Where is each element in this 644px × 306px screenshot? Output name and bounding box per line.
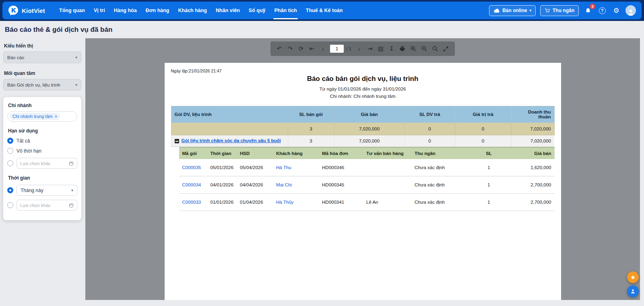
package-code-link[interactable]: C000035 (182, 165, 201, 170)
branch-chip-input[interactable]: Chi nhánh trung tâm × (7, 111, 77, 122)
thu-ngan-label: Thu ngân (553, 8, 574, 13)
user-avatar[interactable] (625, 5, 636, 16)
time-preset-radio[interactable] (7, 187, 13, 193)
rating-fab[interactable]: ★ (627, 271, 639, 283)
cell (363, 159, 411, 176)
chevron-down-icon: ▾ (529, 8, 531, 12)
page-number-input[interactable] (330, 45, 344, 53)
search-icon[interactable] (430, 44, 440, 54)
ban-online-button[interactable]: Bán online ▾ (489, 5, 536, 16)
kiotviet-logo-icon (8, 5, 19, 16)
concern-select[interactable]: Bán Gói dịch vụ, liệu trình ▾ (3, 79, 81, 91)
customer-link[interactable]: Mai Chi (276, 182, 292, 187)
column-header: SL (468, 147, 510, 159)
branch-chip-label: Chi nhánh trung tâm (12, 114, 53, 119)
settings-button[interactable]: ⚙ (611, 6, 621, 15)
table-row: C000035 05/01/2026 05/04/2026 Hà Thu HD0… (179, 159, 555, 176)
notifications-button[interactable]: 3 (583, 6, 593, 15)
chip-remove-icon[interactable]: × (55, 114, 57, 119)
concern-value: Bán Gói dịch vụ, liệu trình (7, 83, 60, 87)
nav-item-vi-tri[interactable]: Vị trí (89, 2, 109, 19)
package-group-link[interactable]: Gói liệu trình chăm sóc da chuyên sâu 5 … (182, 138, 281, 144)
print-icon[interactable] (398, 44, 407, 54)
redo-icon[interactable]: ↷ (285, 44, 295, 54)
detail-table-wrap: Mã gói Thời gian HSD Khách hàng Mã hóa đ… (179, 147, 555, 211)
brand-logo[interactable]: KiotViet (8, 5, 45, 16)
customer-link[interactable]: Hà Thủy (276, 200, 293, 205)
expiry-date-input[interactable] (20, 161, 66, 166)
zoom-out-icon[interactable] (419, 44, 429, 54)
column-header: Mã hóa đơn (319, 147, 363, 159)
group-cell: 7,020,000 (334, 135, 405, 147)
nav-item-phan-tich[interactable]: Phân tích (270, 2, 301, 19)
cell: HD000346 (319, 159, 363, 176)
detail-table-header: Mã gói Thời gian HSD Khách hàng Mã hóa đ… (179, 147, 555, 159)
chevron-down-icon: ▾ (75, 55, 77, 60)
expiry-forever-radio[interactable] (7, 148, 13, 154)
nav-item-tong-quan[interactable]: Tổng quan (55, 2, 89, 19)
filter-sidebar: Kiểu hiển thị Báo cáo ▾ Mối quan tâm Bán… (3, 38, 81, 300)
calendar-icon[interactable] (69, 161, 74, 166)
first-page-icon[interactable]: ⇤ (307, 44, 317, 54)
group-cell: 3 (288, 135, 334, 147)
cell: 2,700,000 (510, 176, 554, 193)
cell: Chưa xác định (411, 176, 468, 193)
nav-item-hang-hoa[interactable]: Hàng hóa (109, 2, 141, 19)
customer-link[interactable]: Hà Thu (276, 165, 291, 170)
expiry-other-radio[interactable] (7, 160, 13, 166)
export-document-icon[interactable]: ▤ (376, 44, 386, 54)
cell: 04/04/2026 (237, 176, 273, 193)
undo-icon[interactable]: ↶ (275, 44, 284, 54)
time-date-input[interactable] (20, 203, 66, 208)
report-page: Ngày lập:21/01/2026 21:47 Báo cáo bán gó… (165, 63, 561, 300)
navbar-actions: Bán online ▾ Thu ngân 3 ? ⚙ (489, 5, 636, 16)
support-person-icon (630, 288, 636, 294)
package-code-link[interactable]: C000034 (182, 182, 201, 187)
calendar-icon[interactable] (69, 203, 74, 208)
help-button[interactable]: ? (597, 6, 607, 15)
previous-page-icon[interactable]: ‹ (318, 44, 328, 54)
column-header: Thời gian (207, 147, 237, 159)
nav-item-don-hang[interactable]: Đơn hàng (141, 2, 174, 19)
thu-ngan-button[interactable]: Thu ngân (540, 5, 579, 16)
time-label: Thời gian (8, 175, 76, 181)
nav-item-khach-hang[interactable]: Khách hàng (174, 2, 212, 19)
cell: HD000345 (319, 176, 363, 193)
last-page-icon[interactable]: ⇥ (365, 44, 375, 54)
time-other-radio[interactable] (7, 202, 13, 208)
cell: 01/01/2026 (207, 193, 237, 211)
download-icon[interactable]: ↧ (387, 44, 396, 54)
column-header: Doanh thu thuần (511, 106, 554, 123)
report-branch-line: Chi nhánh: Chi nhánh trung tâm (171, 94, 555, 99)
collapse-icon[interactable] (175, 139, 179, 143)
nav-item-thue-ke-toan[interactable]: Thuế & Kế toán (301, 2, 347, 19)
cart-icon (545, 8, 550, 13)
summary-table-header: Gói DV, liệu trình SL bán gói Giá bán SL… (171, 106, 554, 123)
totals-cell: 7,020,000 (511, 123, 554, 135)
display-type-select[interactable]: Báo cáo ▾ (3, 52, 81, 63)
column-header: Mã gói (179, 147, 207, 159)
concern-label: Mối quan tâm (4, 70, 80, 76)
page-total-label: / 1 (346, 46, 351, 51)
support-chat-fab[interactable] (627, 285, 639, 297)
report-date-range: Từ ngày 01/01/2026 đến ngày 31/01/2026 (171, 87, 555, 91)
totals-cell (171, 123, 288, 135)
totals-cell: 0 (455, 123, 511, 135)
time-preset-select[interactable]: Tháng này ▾ (17, 185, 77, 196)
zoom-in-icon[interactable] (409, 44, 418, 54)
next-page-icon[interactable]: › (354, 44, 364, 54)
fullscreen-icon[interactable] (441, 44, 451, 54)
nav-item-so-quy[interactable]: Sổ quỹ (244, 2, 270, 19)
package-code-link[interactable]: C000033 (182, 200, 201, 205)
nav-item-nhan-vien[interactable]: Nhân viên (211, 2, 244, 19)
chevron-down-icon: ▾ (75, 83, 77, 87)
refresh-icon[interactable]: ⟳ (296, 44, 306, 54)
expiry-all-radio[interactable] (7, 138, 13, 144)
totals-row: 3 7,020,000 0 0 7,020,000 (171, 123, 554, 135)
column-header: Khách hàng (273, 147, 319, 159)
group-cell: 0 (405, 135, 455, 147)
branch-chip: Chi nhánh trung tâm × (10, 113, 60, 120)
totals-cell: 0 (405, 123, 455, 135)
main-nav: Tổng quan Vị trí Hàng hóa Đơn hàng Khách… (55, 2, 347, 19)
time-date-input-wrap (17, 200, 77, 211)
